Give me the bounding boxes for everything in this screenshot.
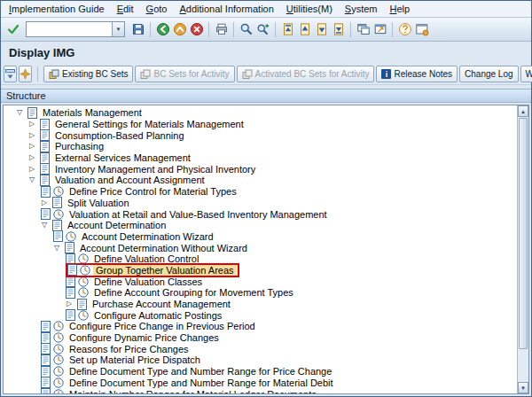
last-page-icon[interactable]	[330, 21, 347, 38]
tree-item[interactable]: Configure Dynamic Price Changes	[4, 332, 517, 344]
tree-item-label[interactable]: Define Account Grouping for Movement Typ…	[91, 287, 296, 298]
img-documentation-icon[interactable]	[66, 309, 75, 321]
tree-item[interactable]: Reasons for Price Changes	[4, 343, 517, 354]
change-log-button[interactable]: Change Log	[459, 66, 519, 82]
tree-item-label[interactable]: Configure Price Change in Previous Perio…	[66, 321, 258, 331]
tree-item-label[interactable]: Maintain Number Ranges for Material Ledg…	[66, 389, 319, 393]
expand-arrow-icon[interactable]: ▷	[41, 199, 52, 206]
img-documentation-icon[interactable]	[52, 220, 62, 231]
menu-utilities[interactable]: Utilities(M)	[280, 2, 339, 16]
tree-item-label[interactable]: Define Price Control for Material Types	[66, 186, 239, 197]
execute-activity-icon[interactable]	[53, 209, 64, 220]
tree-item-label[interactable]: Account Determination Without Wizard	[77, 243, 250, 253]
menu-additional-information[interactable]: Additional Information	[173, 2, 279, 16]
tree-item-label[interactable]: Inventory Management and Physical Invent…	[52, 164, 258, 175]
position-button[interactable]	[19, 66, 32, 82]
img-documentation-icon[interactable]	[41, 343, 51, 354]
tree-scrollbar[interactable]	[517, 105, 528, 393]
tree-item[interactable]: Configure Price Change in Previous Perio…	[4, 321, 517, 332]
img-documentation-icon[interactable]	[41, 332, 51, 344]
img-documentation-icon[interactable]	[27, 107, 37, 119]
tree-item-label[interactable]: Configure Dynamic Price Changes	[66, 332, 222, 343]
scroll-up-button[interactable]	[518, 105, 528, 117]
enter-icon[interactable]	[4, 21, 21, 38]
tree-item[interactable]: ▷Split Valuation	[4, 198, 517, 209]
tree-item[interactable]: ▷Purchasing	[4, 141, 517, 152]
tree-item[interactable]: Account Determination Wizard	[4, 231, 517, 243]
execute-activity-icon[interactable]	[78, 287, 89, 298]
tree-item-label[interactable]: Split Valuation	[65, 198, 132, 208]
find-next-icon[interactable]	[254, 21, 271, 38]
create-shortcut-icon[interactable]	[372, 21, 388, 38]
save-icon[interactable]	[129, 21, 146, 38]
tree-item[interactable]: Define Price Control for Material Types	[4, 186, 517, 198]
activated-bc-sets-for-activity-button[interactable]: Activated BC Sets for Activity	[237, 66, 375, 82]
img-documentation-icon[interactable]	[40, 175, 50, 186]
execute-activity-icon[interactable]	[53, 344, 64, 354]
img-documentation-icon[interactable]	[66, 276, 75, 287]
find-icon[interactable]	[238, 21, 254, 38]
expand-subtree-button[interactable]	[4, 66, 17, 82]
img-documentation-icon[interactable]	[67, 264, 77, 276]
tree-item[interactable]: ▷External Services Management	[4, 152, 517, 164]
execute-activity-icon[interactable]	[66, 231, 76, 242]
bc-sets-for-activity-button[interactable]: BC Sets for Activity	[135, 66, 234, 82]
expand-arrow-icon[interactable]: ▷	[66, 300, 77, 307]
img-documentation-icon[interactable]	[41, 354, 51, 366]
menu-goto[interactable]: Goto	[140, 2, 174, 16]
tree-item[interactable]: ▷Consumption-Based Planning	[4, 129, 517, 141]
tree-item-label[interactable]: Define Document Type and Number Range fo…	[66, 366, 334, 377]
expand-arrow-icon[interactable]: ▷	[28, 154, 40, 161]
execute-activity-icon[interactable]	[53, 186, 64, 197]
tree-item-label[interactable]: General Settings for Materials Managemen…	[52, 119, 246, 129]
release-notes-button[interactable]: Release Notes	[376, 66, 458, 82]
execute-activity-icon[interactable]	[80, 265, 90, 276]
scrollbar-thumb[interactable]	[519, 118, 528, 349]
tree-item[interactable]: Set up Material Price Dispatch	[4, 354, 517, 366]
tree-item[interactable]: Define Document Type and Number Range fo…	[4, 378, 517, 389]
exit-icon[interactable]	[171, 21, 188, 38]
img-documentation-icon[interactable]	[40, 119, 50, 130]
tree-item-label[interactable]: Materials Management	[40, 107, 145, 118]
tree-item[interactable]: ▽Account Determination Without Wizard	[4, 242, 517, 253]
collapse-arrow-icon[interactable]: ▽	[41, 222, 52, 229]
tree-item[interactable]: Define Valuation Classes	[4, 276, 517, 287]
tree-item[interactable]: ▷Purchase Account Management	[4, 299, 517, 310]
menu-help[interactable]: Help	[384, 2, 417, 16]
menu-edit[interactable]: Edit	[111, 2, 140, 16]
tree-item[interactable]: Define Document Type and Number Range fo…	[4, 366, 517, 378]
tree-item[interactable]: Define Account Grouping for Movement Typ…	[4, 287, 517, 299]
tree-item[interactable]: ▽Materials Management	[4, 107, 517, 119]
tree-item-label[interactable]: Reasons for Price Changes	[66, 344, 192, 354]
tree-item[interactable]: Configure Automatic Postings	[4, 309, 517, 321]
menu-implementation-guide[interactable]: Implementation Guide	[3, 2, 111, 16]
tree-item-label[interactable]: Configure Automatic Postings	[91, 310, 224, 321]
img-documentation-icon[interactable]	[40, 163, 50, 175]
scrollbar-track[interactable]	[518, 117, 528, 382]
execute-activity-icon[interactable]	[53, 389, 64, 393]
tree-item-label[interactable]: External Services Management	[52, 152, 193, 163]
img-documentation-icon[interactable]	[65, 242, 74, 253]
scroll-down-button[interactable]	[518, 382, 528, 393]
first-page-icon[interactable]	[279, 21, 296, 38]
tree-item-label[interactable]: Purchase Account Management	[90, 299, 233, 309]
menu-system[interactable]: System	[339, 2, 384, 16]
collapse-arrow-icon[interactable]: ▽	[16, 109, 27, 116]
where-else-used-button[interactable]: Where Else Used	[520, 66, 532, 82]
tree-item[interactable]: Maintain Number Ranges for Material Ledg…	[4, 388, 517, 393]
previous-page-icon[interactable]	[296, 21, 313, 38]
help-icon[interactable]	[396, 21, 413, 38]
print-icon[interactable]	[213, 21, 230, 38]
command-history-dropdown-icon[interactable]	[112, 22, 124, 36]
img-documentation-icon[interactable]	[40, 141, 50, 152]
tree-item-label[interactable]: Account Determination Wizard	[79, 231, 216, 242]
tree-item[interactable]: ▽Valuation and Account Assignment	[4, 175, 517, 186]
expand-arrow-icon[interactable]: ▷	[28, 121, 40, 128]
collapse-arrow-icon[interactable]: ▽	[53, 245, 65, 252]
img-documentation-icon[interactable]	[40, 129, 50, 141]
execute-activity-icon[interactable]	[78, 310, 89, 321]
tree-item-label[interactable]: Define Valuation Classes	[91, 276, 205, 287]
tree-item-label[interactable]: Set up Material Price Dispatch	[66, 354, 203, 365]
img-documentation-icon[interactable]	[41, 186, 51, 198]
tree-item-label[interactable]: Group Together Valuation Areas	[93, 265, 237, 276]
